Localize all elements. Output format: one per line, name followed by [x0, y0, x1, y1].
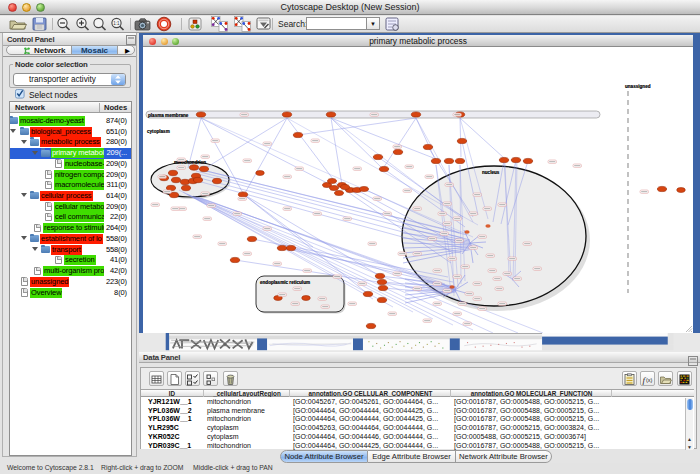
svg-text:(x): (x) [646, 377, 653, 383]
svg-text:unassigned: unassigned [625, 84, 651, 89]
svg-text:1:1: 1:1 [113, 21, 120, 26]
svg-text:nucleus: nucleus [482, 170, 500, 175]
svg-text:plasma membrane: plasma membrane [148, 113, 189, 118]
svg-text:cytoplasm: cytoplasm [147, 129, 170, 134]
svg-text:endoplasmic reticulum: endoplasmic reticulum [260, 280, 310, 285]
